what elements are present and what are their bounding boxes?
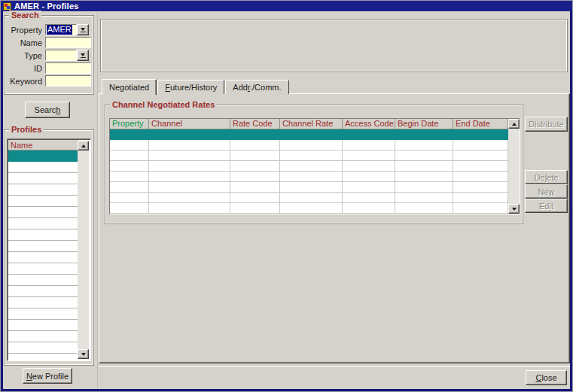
table-cell [343,150,395,161]
property-dropdown-button[interactable] [77,24,89,35]
table-cell [110,129,149,140]
type-label: Type [5,51,45,60]
close-button[interactable]: Close [526,370,567,385]
table-row[interactable] [110,150,508,161]
keyword-input[interactable] [45,75,91,87]
titlebar[interactable]: AMER - Profiles [1,1,572,11]
name-label: Name [5,38,45,47]
table-cell [149,172,230,182]
table-cell [149,193,230,203]
id-label: ID [5,64,45,73]
list-item[interactable] [8,308,78,320]
scroll-up-button[interactable] [508,119,520,129]
table-cell [149,203,230,214]
search-panel: Search Property AMER Name Type ID [4,15,94,95]
keyword-row: Keyword [5,75,93,87]
list-item[interactable] [8,263,78,275]
new-profile-button[interactable]: New Profile [23,368,72,384]
table-row[interactable] [110,140,508,150]
table-cell [110,140,149,150]
table-cell [395,203,453,214]
name-input[interactable] [45,37,91,48]
arrow-up-icon [512,123,517,126]
table-cell [280,140,343,150]
list-item[interactable] [8,331,78,342]
type-dropdown-button[interactable] [77,50,89,61]
arrow-down-icon [512,208,517,211]
arrow-up-icon [81,144,86,147]
table-row[interactable] [110,172,508,182]
list-item[interactable] [8,229,78,241]
dropdown-arrow-icon [81,53,86,58]
table-cell [110,161,149,172]
footer-bar: Close [99,366,570,386]
table-cell [149,182,230,193]
table-cell [230,150,280,161]
table-cell [110,172,149,182]
scroll-down-button[interactable] [508,204,520,214]
edit-button[interactable]: Edit [525,199,568,213]
list-item[interactable] [8,297,78,308]
table-row[interactable] [110,182,508,193]
list-item[interactable] [8,207,78,218]
property-value: AMER [47,25,72,35]
list-item[interactable] [8,241,78,252]
distribute-button[interactable]: Distribute [525,117,568,132]
delete-button[interactable]: Delete [525,170,568,184]
table-cell [343,129,395,140]
list-item[interactable] [8,218,78,229]
table-cell [280,129,343,140]
profiles-scrollbar[interactable] [78,141,89,359]
list-item[interactable] [8,286,78,297]
type-combo[interactable] [45,50,77,61]
list-item[interactable] [8,342,78,354]
list-item[interactable] [8,275,78,286]
tab-negotiated[interactable]: Negotiated [102,79,157,95]
list-item[interactable] [8,162,78,173]
list-item[interactable] [8,196,78,207]
panel-divider [97,12,98,389]
table-cell [230,140,280,150]
table-row[interactable] [110,129,508,140]
column-header: Rate Code [230,119,280,129]
profiles-column-header: Name [8,140,78,150]
list-item[interactable] [8,320,78,331]
table-cell [343,193,395,203]
table-cell [453,150,508,161]
list-item[interactable] [8,252,78,263]
table-cell [343,140,395,150]
column-header: End Date [453,119,508,129]
tab-addr-comm[interactable]: Addr./Comm. [225,80,288,94]
property-label: Property [5,26,45,35]
column-header: Begin Date [395,119,453,129]
table-cell [343,161,395,172]
table-cell [280,172,343,182]
search-button[interactable]: Search [25,102,70,118]
table-cell [230,161,280,172]
table-cell [453,193,508,203]
rates-scrollbar[interactable] [508,119,520,214]
new-button[interactable]: New [525,184,568,199]
id-input[interactable] [45,62,91,74]
table-row[interactable] [110,193,508,203]
list-item[interactable] [8,150,78,162]
table-cell [395,161,453,172]
table-cell [395,193,453,203]
scroll-down-button[interactable] [78,349,89,359]
list-item[interactable] [8,354,78,361]
table-cell [230,129,280,140]
property-combo[interactable]: AMER [45,24,77,35]
table-cell [395,150,453,161]
scroll-up-button[interactable] [78,141,89,150]
table-cell [110,150,149,161]
column-header: Channel Rate [280,119,343,129]
tab-future-history[interactable]: Future/History [157,80,224,94]
table-row[interactable] [110,203,508,214]
list-item[interactable] [8,184,78,196]
name-row: Name [5,37,93,48]
table-cell [230,182,280,193]
table-row[interactable] [110,161,508,172]
list-item[interactable] [8,173,78,184]
table-cell [110,193,149,203]
rates-header-row: PropertyChannelRate CodeChannel RateAcce… [110,119,508,129]
